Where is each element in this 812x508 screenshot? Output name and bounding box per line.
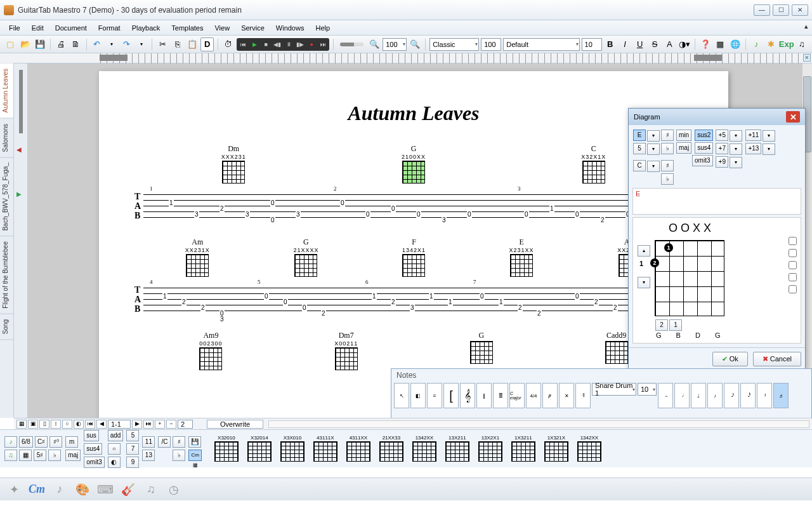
play-marker-icon[interactable]: ▶ <box>16 190 22 197</box>
quarter-note-icon[interactable]: ♩ <box>691 383 706 408</box>
menu-service[interactable]: Service <box>236 23 270 33</box>
menu-file[interactable]: File <box>4 23 25 33</box>
chord-box[interactable]: Dm7X00211 <box>334 331 358 371</box>
prev-icon[interactable]: ◀ <box>96 420 107 429</box>
underline-icon[interactable]: U <box>633 37 646 51</box>
chord-name-input[interactable]: E <box>632 188 801 215</box>
menu-format[interactable]: Format <box>93 23 126 33</box>
eq-icon[interactable]: ♫ <box>796 37 808 51</box>
edit-mode[interactable]: Overwrite <box>207 420 263 429</box>
slash-c[interactable]: /C <box>158 436 171 448</box>
tab-autumn-leaves[interactable]: Autumn Leaves <box>0 64 13 119</box>
tab-staff[interactable]: TAB 1 2 3 1 3 2 3 0 0 3 0 0 0 0 3 <box>143 188 684 229</box>
key-icon[interactable]: C major <box>509 383 525 408</box>
chord-box[interactable]: DmXXX231 <box>221 144 246 184</box>
clef-icon[interactable]: 𝄞 <box>460 383 475 408</box>
menu-windows[interactable]: Windows <box>271 23 310 33</box>
keyboard-icon[interactable]: ⌨ <box>96 481 114 498</box>
strike-icon[interactable]: S <box>648 37 661 51</box>
opt-check-2[interactable] <box>789 249 797 257</box>
bracket-icon[interactable]: [ <box>443 383 459 408</box>
marker-icon[interactable]: ◀ <box>16 146 22 153</box>
bars-icon[interactable]: ≡ <box>427 383 442 408</box>
print-icon[interactable]: 🖨 <box>55 37 67 51</box>
eighth-note-icon[interactable]: ♪ <box>707 383 723 408</box>
cp-grid-icon[interactable]: ▦ <box>19 450 32 461</box>
style-size[interactable]: 100 <box>481 38 501 51</box>
cancel-button[interactable]: ✖ Cancel <box>753 352 801 366</box>
chord-variant[interactable]: 1X321X <box>540 435 572 462</box>
record-icon[interactable]: ● <box>306 39 317 50</box>
chord-variant[interactable]: 43111X <box>310 435 341 462</box>
palette-icon[interactable]: 🎨 <box>74 481 91 498</box>
opt-check-3[interactable] <box>789 261 797 269</box>
zoom-field[interactable]: 100▾ <box>383 38 407 51</box>
preview-icon[interactable]: 🗎 <box>69 37 82 51</box>
menu-help[interactable]: Help <box>310 23 335 33</box>
ruler[interactable]: ✕ <box>0 53 812 64</box>
font-combo[interactable]: Default▾ <box>503 38 579 51</box>
d-button[interactable]: D <box>200 37 213 51</box>
cp-sharp[interactable]: ♯⁰ <box>49 436 62 448</box>
ruler-close-icon[interactable]: ✕ <box>803 54 811 62</box>
star-icon[interactable]: ✱ <box>764 37 777 51</box>
pause-icon[interactable]: ⏸ <box>283 39 294 50</box>
repeat-icon[interactable]: 𝄇 <box>575 383 591 408</box>
forward-icon[interactable]: ⏭ <box>317 39 329 50</box>
measure-field[interactable]: 1-1 <box>108 420 131 429</box>
flat-button[interactable]: ♭ <box>661 143 674 154</box>
sb5[interactable]: ○ <box>62 420 72 429</box>
midi-icon[interactable]: ♫ <box>142 481 160 498</box>
sb1[interactable]: ▦ <box>16 420 27 429</box>
root-note[interactable]: E <box>633 130 646 141</box>
dynamics-icon[interactable]: 𝆏 <box>542 383 558 408</box>
style-combo[interactable]: Classic▾ <box>429 38 479 51</box>
tempo-slider[interactable] <box>340 43 363 46</box>
clock-icon[interactable]: ◷ <box>165 481 183 498</box>
barline-icon[interactable]: ‖ <box>476 383 492 408</box>
menu-document[interactable]: Document <box>50 23 92 33</box>
menu-playback[interactable]: Playback <box>127 23 166 33</box>
whole-note-icon[interactable]: 𝅝 <box>658 383 673 408</box>
half-note-icon[interactable]: 𝅗𝅥 <box>674 383 690 408</box>
chord-variant[interactable]: X32010 <box>211 435 242 462</box>
opt-check-4[interactable] <box>789 273 797 281</box>
new-icon[interactable]: ▢ <box>4 37 16 51</box>
redo-icon[interactable]: ↷ <box>121 37 133 51</box>
tab-bumblebee[interactable]: Flight of the Bumblebee <box>0 236 13 314</box>
redo-drop-icon[interactable]: ▾ <box>135 37 148 51</box>
articulation-icon[interactable]: ✕ <box>559 383 574 408</box>
stop-icon[interactable]: ■ <box>260 39 272 50</box>
tab-staff[interactable]: TAB 4 5 6 7 1 2 2 0 3 0 0 0 2 1 2 <box>143 281 684 322</box>
menu-templates[interactable]: Templates <box>166 23 208 33</box>
cursor-tool-icon[interactable]: ↖ <box>394 383 409 408</box>
paste-icon[interactable]: 📋 <box>186 37 199 51</box>
next-icon[interactable]: ▶ <box>132 420 142 429</box>
maximize-button[interactable]: ☐ <box>773 4 789 16</box>
font-a-icon[interactable]: A <box>663 37 676 51</box>
settings-icon[interactable]: ▦ <box>714 37 726 51</box>
color-icon[interactable]: ◑▾ <box>678 37 691 51</box>
chord-box[interactable]: EX231XX <box>509 237 534 277</box>
play-icon[interactable]: ▶ <box>249 39 260 50</box>
fret-down-icon[interactable]: ▾ <box>638 277 650 288</box>
save-icon[interactable]: 💾 <box>34 37 46 51</box>
chord-variant[interactable]: 13X2X1 <box>475 435 506 462</box>
zoom-in-icon[interactable]: 🔍 <box>409 37 421 51</box>
tab-bach[interactable]: Bach_BWV_578_Fuga_ <box>0 157 13 236</box>
zoom-out-icon[interactable]: 🔍 <box>368 37 381 51</box>
add-icon[interactable]: + <box>155 420 165 429</box>
chord-variant[interactable]: X3X010 <box>277 435 308 462</box>
cp-flat[interactable]: ♭ <box>48 450 61 461</box>
cut-icon[interactable]: ✂ <box>156 37 169 51</box>
sharp-button[interactable]: ♯ <box>661 130 674 141</box>
hscrollbar[interactable] <box>268 420 809 428</box>
cp-chord-icon[interactable]: ♫ <box>4 450 17 461</box>
opt-check-1[interactable] <box>789 237 797 245</box>
chord-box[interactable]: AmXX231X <box>185 237 210 277</box>
minimize-button[interactable]: — <box>754 4 770 16</box>
chord-variant[interactable]: X32014 <box>244 435 275 462</box>
cp-5[interactable]: 5♯ <box>34 450 46 461</box>
chord-grid[interactable]: 1 2 <box>655 240 724 316</box>
chord-box[interactable]: Am9002300 <box>199 331 222 371</box>
